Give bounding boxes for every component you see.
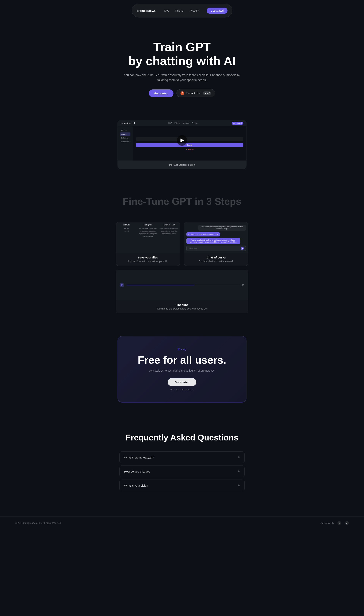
step-3-desc: Download the Dataset and you're ready to… — [120, 307, 244, 310]
footer-copyright: © 2024 prompteasy.ai, Inc. All rights re… — [15, 522, 62, 524]
chat-ai-message-2: Your ai chatbot will be fine-tuned to an… — [186, 238, 240, 244]
video-caption: the "Get Started" button — [118, 161, 246, 169]
pricing-get-started-button[interactable]: Get started — [168, 378, 196, 386]
finetune-progress-fill — [127, 285, 194, 286]
step-1-desc: Upload files with context for your AI. — [120, 260, 176, 263]
nav-faq[interactable]: FAQ — [164, 9, 169, 12]
hero-subtitle: You can now fine-tune GPT with absolutel… — [119, 73, 245, 82]
step-3-title: Fine-tune — [120, 303, 244, 306]
hero-title: Train GPT by chatting with AI — [119, 40, 245, 68]
step-3-card: P ⚙ Fine-tune Download the Dataset and y… — [116, 270, 248, 313]
files-col-1: alst31.txt list willmodel — [116, 222, 137, 239]
mockup-sidebar-account: Account — [120, 129, 130, 132]
finetune-p-icon: P — [120, 283, 124, 287]
play-icon — [181, 138, 184, 142]
hero-get-started-button[interactable]: Get started — [149, 89, 173, 97]
app-mockup: prompteasy.ai FAQ Pricing Account Contac… — [118, 120, 246, 161]
footer: © 2024 prompteasy.ai, Inc. All rights re… — [0, 516, 364, 530]
faq-question-2: How do you charge? — [124, 470, 150, 473]
mockup-input-field — [136, 137, 243, 141]
pricing-desc: Available at no cost during the v1 launc… — [133, 369, 231, 372]
mockup-sidebar-datasets: Datasets — [120, 136, 130, 140]
mockup-nav-links: FAQ Pricing Account Contact — [168, 122, 198, 124]
step-2-visual: How does the information gather that you… — [184, 222, 248, 253]
mockup-sidebar-subscription: Subscription — [120, 140, 130, 143]
product-hunt-label: Product Hunt — [186, 92, 201, 95]
pricing-section: Pricing Free for all users. Available at… — [110, 321, 254, 418]
mockup-get-started-button[interactable]: Get started — [232, 122, 243, 125]
faq-question-3: What is your vision — [124, 484, 148, 487]
twitter-icon[interactable]: 𝕏 — [338, 521, 341, 525]
footer-right: Get in touch 𝕏 ▶ — [320, 521, 349, 525]
step-2-card: How does the information gather that you… — [184, 222, 248, 266]
play-button[interactable] — [177, 135, 187, 146]
step-1-card: alst31.txt list willmodel biology.txt Hu… — [116, 222, 180, 266]
pricing-note: No credit card required. — [133, 388, 231, 391]
step-2-title: Chat w/ our AI — [188, 256, 244, 259]
step-2-text: Chat w/ our AI Explain what is it that y… — [184, 253, 248, 266]
nav-pricing[interactable]: Pricing — [175, 9, 183, 12]
chat-input-bar: Ask anything... ▶ — [186, 246, 246, 251]
mockup-content: Submit The Dataset ✕ — [133, 126, 246, 161]
chat-input-placeholder: Ask anything... — [188, 248, 198, 249]
hero-section: Train GPT by chatting with AI You can no… — [116, 21, 248, 109]
nav-get-started-button[interactable]: Get started — [207, 8, 227, 14]
steps-row-1: alst31.txt list willmodel biology.txt Hu… — [116, 222, 248, 266]
steps-section: Fine-Tune GPT in 3 Steps alst31.txt list… — [110, 180, 254, 321]
faq-question-1: What is prompteasy.ai? — [124, 456, 154, 459]
hero-buttons: Get started P Product Hunt ▲ 47 — [119, 89, 245, 97]
navbar: prompteasy.ai FAQ Pricing Account Get st… — [0, 0, 364, 21]
mockup-submit-button: Submit — [136, 143, 243, 147]
finetune-bar: P ⚙ — [120, 283, 244, 287]
mockup-navbar: prompteasy.ai FAQ Pricing Account Contac… — [118, 120, 246, 126]
files-table: alst31.txt list willmodel biology.txt Hu… — [116, 222, 180, 239]
chat-user-message: How does the information gather that you… — [198, 225, 246, 231]
product-hunt-button[interactable]: P Product Hunt ▲ 47 — [177, 89, 215, 97]
step-1-title: Save your files — [120, 256, 176, 259]
mockup-sidebar: Account Context Datasets Subscription — [118, 126, 133, 161]
video-section: prompteasy.ai FAQ Pricing Account Contac… — [110, 109, 254, 180]
pricing-card: Pricing Free for all users. Available at… — [117, 336, 247, 402]
files-col-3: kinematics.txt Kinematics is the branch … — [158, 222, 180, 239]
nav-logo: prompteasy.ai — [136, 9, 156, 12]
step-1-visual: alst31.txt list willmodel biology.txt Hu… — [116, 222, 180, 253]
gear-icon: ⚙ — [242, 283, 244, 287]
step-3-visual: P ⚙ — [116, 270, 248, 300]
footer-contact: Get in touch — [320, 522, 334, 524]
video-container: prompteasy.ai FAQ Pricing Account Contac… — [117, 120, 247, 169]
step-1-text: Save your files Upload files with contex… — [116, 253, 180, 266]
product-hunt-count: ▲ 47 — [203, 92, 211, 95]
files-col-2: biology.txt Human body, the physical sub… — [137, 222, 159, 239]
mockup-error: The Dataset ✕ — [185, 149, 195, 150]
faq-title: Frequently Asked Questions — [119, 433, 245, 442]
pricing-title: Free for all users. — [133, 354, 231, 366]
step-3-text: Fine-tune Download the Dataset and you'r… — [116, 300, 248, 313]
mockup-sidebar-context: Context — [120, 133, 130, 136]
steps-grid: alst31.txt list willmodel biology.txt Hu… — [116, 222, 248, 313]
step-2-desc: Explain what is it that you need. — [188, 260, 244, 263]
faq-item-1[interactable]: What is prompteasy.ai? + — [119, 452, 245, 463]
faq-item-2[interactable]: How do you charge? + — [119, 465, 245, 477]
chat-ai-message-1: i'm doing this right straight in the cou… — [186, 232, 220, 236]
pricing-label: Pricing — [133, 348, 231, 351]
nav-account[interactable]: Account — [190, 9, 199, 12]
faq-section: Frequently Asked Questions What is promp… — [116, 418, 248, 509]
faq-expand-2[interactable]: + — [237, 469, 240, 473]
finetune-mockup: P ⚙ — [116, 270, 248, 300]
chat-mockup: How does the information gather that you… — [184, 222, 248, 253]
steps-heading: Fine-Tune GPT in 3 Steps — [114, 196, 250, 207]
product-hunt-logo-icon: P — [181, 91, 184, 95]
faq-expand-1[interactable]: + — [237, 455, 240, 459]
mockup-logo: prompteasy.ai — [121, 122, 135, 124]
faq-item-3[interactable]: What is your vision + — [119, 479, 245, 491]
faq-expand-3[interactable]: + — [237, 483, 240, 487]
finetune-progress-bg — [127, 285, 239, 286]
youtube-icon[interactable]: ▶ — [345, 521, 349, 525]
chat-send-button[interactable]: ▶ — [241, 247, 244, 250]
